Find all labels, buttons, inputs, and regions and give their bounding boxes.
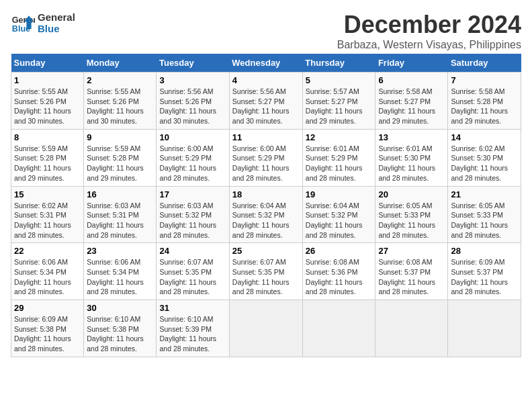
header-thursday: Thursday [302,54,375,73]
table-row: 25 Sunrise: 6:07 AM Sunset: 5:35 PM Dayl… [229,243,302,300]
day-info: Sunrise: 6:09 AM Sunset: 5:37 PM Dayligh… [451,257,518,297]
table-row: 14 Sunrise: 6:02 AM Sunset: 5:30 PM Dayl… [448,129,521,186]
day-number: 11 [232,132,300,142]
title-block: December 2024 Barbaza, Western Visayas, … [337,11,521,51]
table-row: 23 Sunrise: 6:06 AM Sunset: 5:34 PM Dayl… [84,243,157,300]
day-info: Sunrise: 6:00 AM Sunset: 5:29 PM Dayligh… [232,144,300,183]
header-friday: Friday [375,54,448,73]
day-number: 9 [87,132,153,142]
calendar-week-1: 1 Sunrise: 5:55 AM Sunset: 5:26 PM Dayli… [11,73,521,130]
day-info: Sunrise: 5:55 AM Sunset: 5:26 PM Dayligh… [87,87,153,126]
logo-icon: General Blue [11,11,35,35]
day-number: 20 [378,189,445,199]
day-number: 30 [87,303,153,313]
day-info: Sunrise: 5:57 AM Sunset: 5:27 PM Dayligh… [306,87,373,126]
day-number: 21 [451,189,518,199]
table-row: 1 Sunrise: 5:55 AM Sunset: 5:26 PM Dayli… [11,73,84,130]
table-row: 17 Sunrise: 6:03 AM Sunset: 5:32 PM Dayl… [157,186,229,243]
day-info: Sunrise: 5:56 AM Sunset: 5:26 PM Dayligh… [159,87,226,126]
table-row [229,300,302,357]
day-info: Sunrise: 6:04 AM Sunset: 5:32 PM Dayligh… [306,201,373,240]
table-row: 24 Sunrise: 6:07 AM Sunset: 5:35 PM Dayl… [157,243,229,300]
day-info: Sunrise: 6:07 AM Sunset: 5:35 PM Dayligh… [232,257,300,297]
table-row: 8 Sunrise: 5:59 AM Sunset: 5:28 PM Dayli… [11,129,84,186]
day-number: 28 [451,246,518,256]
table-row [448,300,521,357]
day-info: Sunrise: 6:07 AM Sunset: 5:35 PM Dayligh… [159,257,226,297]
table-row: 5 Sunrise: 5:57 AM Sunset: 5:27 PM Dayli… [302,73,375,130]
day-number: 8 [14,132,81,142]
day-number: 31 [159,303,226,313]
table-row: 28 Sunrise: 6:09 AM Sunset: 5:37 PM Dayl… [448,243,521,300]
table-row: 31 Sunrise: 6:10 AM Sunset: 5:39 PM Dayl… [157,300,229,357]
day-info: Sunrise: 6:02 AM Sunset: 5:31 PM Dayligh… [14,201,81,240]
day-number: 26 [306,246,373,256]
day-number: 7 [451,75,518,85]
table-row [375,300,448,357]
header-sunday: Sunday [11,54,84,73]
day-number: 27 [378,246,445,256]
day-info: Sunrise: 6:05 AM Sunset: 5:33 PM Dayligh… [451,201,518,240]
table-row: 27 Sunrise: 6:08 AM Sunset: 5:37 PM Dayl… [375,243,448,300]
day-info: Sunrise: 5:58 AM Sunset: 5:27 PM Dayligh… [378,87,445,126]
day-info: Sunrise: 5:56 AM Sunset: 5:27 PM Dayligh… [232,87,300,126]
table-row: 16 Sunrise: 6:03 AM Sunset: 5:31 PM Dayl… [84,186,157,243]
day-number: 25 [232,246,300,256]
table-row: 20 Sunrise: 6:05 AM Sunset: 5:33 PM Dayl… [375,186,448,243]
day-number: 16 [87,189,153,199]
day-info: Sunrise: 6:06 AM Sunset: 5:34 PM Dayligh… [14,257,81,297]
header-wednesday: Wednesday [229,54,302,73]
page-header: General Blue General Blue December 2024 … [11,11,521,51]
table-row: 18 Sunrise: 6:04 AM Sunset: 5:32 PM Dayl… [229,186,302,243]
table-row: 10 Sunrise: 6:00 AM Sunset: 5:29 PM Dayl… [157,129,229,186]
day-number: 19 [306,189,373,199]
day-info: Sunrise: 6:09 AM Sunset: 5:38 PM Dayligh… [14,314,81,354]
table-row [302,300,375,357]
day-number: 3 [159,75,226,85]
day-info: Sunrise: 6:00 AM Sunset: 5:29 PM Dayligh… [159,144,226,183]
logo: General Blue General Blue [11,11,75,35]
table-row: 15 Sunrise: 6:02 AM Sunset: 5:31 PM Dayl… [11,186,84,243]
day-number: 4 [232,75,300,85]
day-info: Sunrise: 6:04 AM Sunset: 5:32 PM Dayligh… [232,201,300,240]
header-monday: Monday [84,54,157,73]
day-number: 14 [451,132,518,142]
table-row: 6 Sunrise: 5:58 AM Sunset: 5:27 PM Dayli… [375,73,448,130]
calendar-week-4: 22 Sunrise: 6:06 AM Sunset: 5:34 PM Dayl… [11,243,521,300]
day-number: 6 [378,75,445,85]
table-row: 26 Sunrise: 6:08 AM Sunset: 5:36 PM Dayl… [302,243,375,300]
table-row: 2 Sunrise: 5:55 AM Sunset: 5:26 PM Dayli… [84,73,157,130]
day-number: 13 [378,132,445,142]
day-number: 18 [232,189,300,199]
day-number: 1 [14,75,81,85]
day-number: 24 [159,246,226,256]
day-info: Sunrise: 5:59 AM Sunset: 5:28 PM Dayligh… [87,144,153,183]
day-number: 12 [306,132,373,142]
header-row: Sunday Monday Tuesday Wednesday Thursday… [11,54,521,73]
header-saturday: Saturday [448,54,521,73]
day-number: 10 [159,132,226,142]
table-row: 4 Sunrise: 5:56 AM Sunset: 5:27 PM Dayli… [229,73,302,130]
table-row: 21 Sunrise: 6:05 AM Sunset: 5:33 PM Dayl… [448,186,521,243]
day-number: 2 [87,75,153,85]
day-info: Sunrise: 6:10 AM Sunset: 5:38 PM Dayligh… [87,314,153,354]
day-number: 17 [159,189,226,199]
day-info: Sunrise: 6:01 AM Sunset: 5:29 PM Dayligh… [306,144,373,183]
day-info: Sunrise: 5:58 AM Sunset: 5:28 PM Dayligh… [451,87,518,126]
table-row: 3 Sunrise: 5:56 AM Sunset: 5:26 PM Dayli… [157,73,229,130]
day-info: Sunrise: 6:02 AM Sunset: 5:30 PM Dayligh… [451,144,518,183]
table-row: 12 Sunrise: 6:01 AM Sunset: 5:29 PM Dayl… [302,129,375,186]
day-number: 29 [14,303,81,313]
table-row: 29 Sunrise: 6:09 AM Sunset: 5:38 PM Dayl… [11,300,84,357]
table-row: 9 Sunrise: 5:59 AM Sunset: 5:28 PM Dayli… [84,129,157,186]
day-number: 5 [306,75,373,85]
day-info: Sunrise: 6:06 AM Sunset: 5:34 PM Dayligh… [87,257,153,297]
table-row: 22 Sunrise: 6:06 AM Sunset: 5:34 PM Dayl… [11,243,84,300]
day-info: Sunrise: 6:03 AM Sunset: 5:31 PM Dayligh… [87,201,153,240]
day-number: 23 [87,246,153,256]
day-number: 22 [14,246,81,256]
header-tuesday: Tuesday [157,54,229,73]
subtitle: Barbaza, Western Visayas, Philippines [337,39,521,51]
table-row: 13 Sunrise: 6:01 AM Sunset: 5:30 PM Dayl… [375,129,448,186]
logo-line2: Blue [38,23,75,34]
